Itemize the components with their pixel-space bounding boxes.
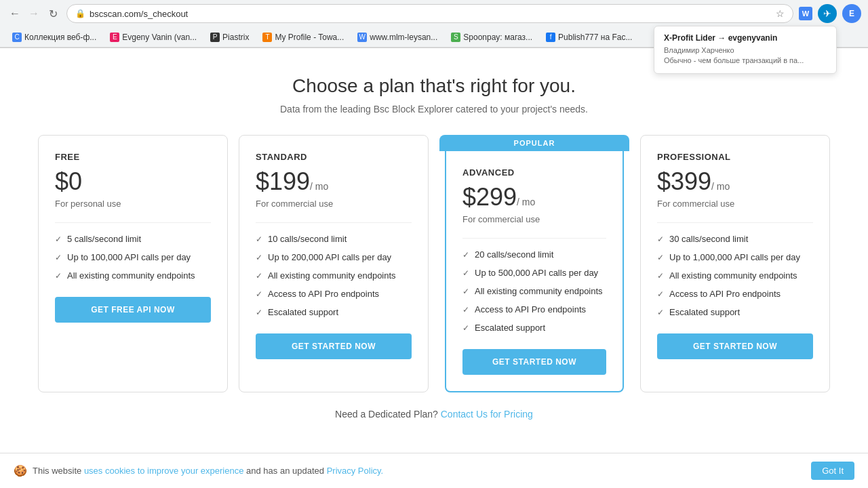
price-period-standard: / mo — [310, 181, 328, 192]
check-icon-std-3: ✓ — [256, 271, 262, 281]
feature-adv-2: ✓ Up to 500,000 API calls per day — [462, 268, 606, 278]
dedicated-link[interactable]: Contact Us for Pricing — [441, 409, 533, 420]
bookmark-5[interactable]: W www.mlm-leysan... — [352, 31, 443, 43]
check-icon-adv-2: ✓ — [462, 268, 469, 278]
plan-name-free: FREE — [55, 152, 211, 162]
feature-standard-4: ✓ Access to API Pro endpoints — [256, 289, 412, 299]
feature-free-2: ✓ Up to 100,000 API calls per day — [55, 252, 211, 262]
bookmark-1[interactable]: C Коллекция веб-ф... — [7, 31, 102, 43]
extension-icon-1[interactable]: W — [799, 7, 812, 20]
feature-text-pro-4: Access to API Pro endpoints — [669, 289, 781, 299]
check-icon-pro-4: ✓ — [657, 289, 664, 299]
feature-text-free-1: 5 calls/second limit — [67, 234, 141, 244]
browser-extensions: W ✈ X-Profit Lider → evgenyvanin Владими… — [799, 4, 861, 23]
check-icon-adv-1: ✓ — [462, 250, 469, 260]
price-period-professional: / mo — [711, 181, 730, 192]
feature-adv-3: ✓ All existing community endpoints — [462, 286, 606, 296]
popular-wrapper: POPULAR ADVANCED $299 / mo For commercia… — [439, 135, 629, 392]
pricing-grid: FREE $0 For personal use ✓ 5 calls/secon… — [27, 135, 841, 392]
feature-free-1: ✓ 5 calls/second limit — [55, 234, 211, 244]
bookmark-favicon-1: C — [12, 33, 22, 42]
nav-buttons: ← → ↻ — [7, 5, 61, 22]
page-title: Choose a plan that's right for you. — [14, 75, 854, 97]
browser-chrome: ← → ↻ 🔒 bscscan.com/s_checkout ☆ W ✈ X-P… — [0, 0, 868, 48]
bookmark-star-icon[interactable]: ☆ — [776, 8, 785, 19]
feature-text-pro-2: Up to 1,000,000 API calls per day — [669, 252, 800, 262]
notification-wrapper: ✈ X-Profit Lider → evgenyvanin Владимир … — [818, 4, 837, 23]
price-amount-free: $0 — [55, 167, 82, 196]
dedicated-text: Need a Dedicated Plan? — [335, 409, 438, 420]
check-icon-std-5: ✓ — [256, 308, 262, 317]
notification-body: Владимир Харченко Обычно - чем больше тр… — [664, 45, 827, 66]
feature-standard-2: ✓ Up to 200,000 API calls per day — [256, 252, 412, 262]
feature-text-std-1: 10 calls/second limit — [268, 234, 347, 244]
plan-divider-advanced — [462, 238, 606, 239]
page-subtitle: Data from the leading Bsc Block Explorer… — [14, 104, 854, 115]
dedicated-row: Need a Dedicated Plan? Contact Us for Pr… — [14, 409, 854, 420]
feature-adv-4: ✓ Access to API Pro endpoints — [462, 304, 606, 314]
feature-adv-5: ✓ Escalated support — [462, 323, 606, 333]
bookmark-favicon-4: T — [262, 33, 272, 42]
bookmark-favicon-2: E — [110, 33, 119, 42]
bookmark-7[interactable]: f Publish777 на Fac... — [540, 31, 637, 43]
feature-text-std-3: All existing community endpoints — [268, 270, 396, 281]
bookmark-3[interactable]: P Piastrix — [205, 31, 254, 43]
plan-name-advanced: ADVANCED — [462, 167, 606, 178]
check-icon-std-4: ✓ — [256, 289, 262, 299]
feature-text-adv-4: Access to API Pro endpoints — [475, 304, 586, 314]
check-icon-free-1: ✓ — [55, 235, 62, 244]
feature-free-3: ✓ All existing community endpoints — [55, 270, 211, 281]
feature-text-std-2: Up to 200,000 API calls per day — [268, 252, 391, 262]
feature-standard-5: ✓ Escalated support — [256, 307, 412, 317]
page-content: Choose a plan that's right for you. Data… — [0, 48, 868, 441]
feature-text-adv-2: Up to 500,000 API calls per day — [475, 268, 598, 278]
feature-text-adv-5: Escalated support — [475, 323, 545, 333]
page-header: Choose a plan that's right for you. Data… — [14, 75, 854, 115]
forward-button[interactable]: → — [26, 5, 42, 22]
address-bar[interactable]: 🔒 bscscan.com/s_checkout ☆ — [66, 4, 793, 23]
bookmark-label-3: Piastrix — [222, 33, 249, 42]
telegram-icon[interactable]: ✈ — [818, 4, 837, 23]
price-amount-professional: $399 — [657, 167, 711, 196]
bookmark-label-1: Коллекция веб-ф... — [24, 33, 96, 42]
check-icon-pro-1: ✓ — [657, 235, 664, 244]
feature-text-free-2: Up to 100,000 API calls per day — [67, 252, 191, 262]
feature-text-adv-3: All existing community endpoints — [475, 286, 603, 296]
feature-text-std-5: Escalated support — [268, 307, 338, 317]
bookmark-favicon-3: P — [210, 33, 220, 42]
refresh-button[interactable]: ↻ — [45, 5, 61, 22]
bookmark-4[interactable]: T My Profile - Towa... — [257, 31, 349, 43]
feature-standard-1: ✓ 10 calls/second limit — [256, 234, 412, 244]
feature-list-standard: ✓ 10 calls/second limit ✓ Up to 200,000 … — [256, 234, 412, 317]
chrome-profile-avatar[interactable]: E — [842, 4, 861, 23]
price-amount-advanced: $299 — [462, 183, 517, 211]
plan-price-advanced: $299 / mo — [462, 183, 606, 211]
feature-pro-4: ✓ Access to API Pro endpoints — [657, 289, 813, 299]
cta-button-free[interactable]: GET FREE API NOW — [55, 297, 211, 323]
check-icon-pro-2: ✓ — [657, 253, 664, 262]
plan-divider-free — [55, 222, 211, 223]
bookmark-2[interactable]: E Evgeny Vanin (van... — [104, 31, 202, 43]
feature-text-pro-1: 30 calls/second limit — [669, 234, 748, 244]
cta-button-standard[interactable]: GET STARTED NOW — [256, 333, 412, 359]
cta-button-advanced[interactable]: GET STARTED NOW — [462, 349, 606, 375]
check-icon-adv-4: ✓ — [462, 305, 469, 314]
bookmark-6[interactable]: S Spoonpay: магаз... — [446, 31, 538, 43]
feature-standard-3: ✓ All existing community endpoints — [256, 270, 412, 281]
plan-desc-standard: For commercial use — [256, 199, 412, 209]
cta-button-professional[interactable]: GET STARTED NOW — [657, 333, 813, 359]
plan-name-standard: STANDARD — [256, 152, 412, 162]
check-icon-pro-3: ✓ — [657, 271, 664, 281]
back-button[interactable]: ← — [7, 5, 23, 22]
plan-desc-professional: For commercial use — [657, 199, 813, 209]
feature-pro-1: ✓ 30 calls/second limit — [657, 234, 813, 244]
check-icon-adv-5: ✓ — [462, 323, 469, 333]
plan-divider-professional — [657, 222, 813, 223]
check-icon-std-1: ✓ — [256, 235, 262, 244]
plan-price-standard: $199 / mo — [256, 167, 412, 196]
price-period-advanced: / mo — [517, 197, 535, 207]
feature-text-pro-3: All existing community endpoints — [669, 270, 797, 281]
price-amount-standard: $199 — [256, 167, 310, 196]
plan-card-standard: STANDARD $199 / mo For commercial use ✓ … — [239, 135, 429, 392]
feature-adv-1: ✓ 20 calls/second limit — [462, 249, 606, 260]
